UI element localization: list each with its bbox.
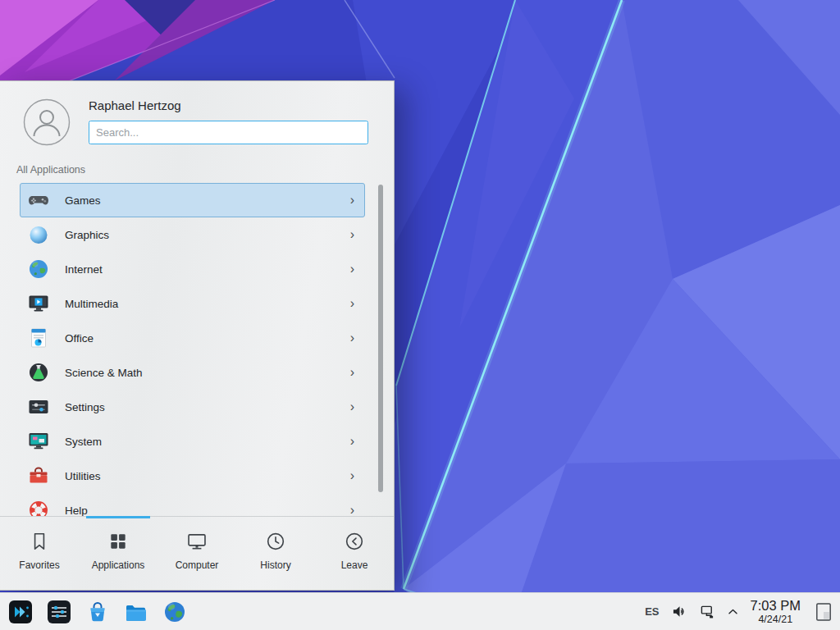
category-games[interactable]: Games — [20, 183, 365, 217]
category-science-math[interactable]: Science & Math — [20, 355, 365, 390]
category-settings[interactable]: Settings — [20, 390, 365, 424]
submenu-arrow-icon — [350, 331, 354, 345]
category-label: Graphics — [65, 229, 109, 241]
submenu-arrow-icon — [350, 194, 354, 207]
leave-icon — [344, 531, 365, 552]
show-desktop-icon[interactable] — [815, 602, 832, 622]
tab-applications[interactable]: Applications — [79, 517, 158, 590]
system-tray: ES 7:03 PM 4/24/21 — [645, 598, 832, 624]
category-label: Internet — [65, 263, 103, 276]
bookmark-icon — [29, 531, 50, 552]
category-label: Science & Math — [65, 367, 143, 379]
keyboard-layout-indicator[interactable]: ES — [645, 605, 659, 618]
tab-label: Favorites — [19, 559, 59, 571]
category-label: System — [65, 436, 102, 448]
computer-icon — [186, 531, 208, 552]
user-icon — [23, 98, 71, 146]
scrollbar-thumb[interactable] — [378, 185, 383, 492]
tab-label: History — [260, 559, 290, 571]
category-system[interactable]: System — [20, 424, 365, 459]
avatar[interactable] — [23, 98, 71, 146]
clock-icon — [265, 531, 286, 552]
category-multimedia[interactable]: Multimedia — [20, 286, 365, 321]
application-launcher-menu: Raphael Hertzog All Applications Games G… — [0, 80, 395, 591]
submenu-arrow-icon — [350, 228, 354, 241]
app-launcher-icon[interactable] — [8, 600, 33, 624]
sphere-icon — [27, 223, 50, 246]
clock-date: 4/24/21 — [751, 614, 801, 625]
category-label: Utilities — [65, 470, 101, 482]
user-name: Raphael Hertzog — [89, 98, 181, 112]
network-icon[interactable] — [700, 605, 715, 619]
media-screen-icon — [27, 292, 50, 315]
submenu-arrow-icon — [350, 262, 354, 276]
submenu-arrow-icon — [350, 469, 354, 482]
category-label: Office — [65, 332, 94, 345]
software-center-icon[interactable] — [85, 600, 110, 624]
digital-clock[interactable]: 7:03 PM 4/24/21 — [751, 598, 801, 624]
app-grid-icon — [107, 531, 129, 552]
category-list: Games Graphics Internet Multimedia — [0, 183, 394, 516]
tab-favorites[interactable]: Favorites — [0, 517, 79, 590]
category-internet[interactable]: Internet — [20, 252, 365, 286]
section-label: All Applications — [0, 153, 394, 183]
lifebuoy-icon — [27, 499, 50, 516]
system-monitor-icon — [27, 430, 50, 453]
tab-label: Leave — [341, 559, 368, 571]
category-label: Help — [65, 504, 88, 517]
category-utilities[interactable]: Utilities — [20, 459, 365, 493]
category-office[interactable]: Office — [20, 321, 365, 355]
toolbox-icon — [27, 464, 50, 487]
category-graphics[interactable]: Graphics — [20, 217, 365, 252]
tab-history[interactable]: History — [236, 517, 315, 590]
gamepad-icon — [27, 189, 50, 212]
clock-time: 7:03 PM — [751, 598, 801, 613]
active-tab-indicator — [86, 516, 150, 518]
tab-label: Computer — [176, 559, 219, 571]
file-manager-icon[interactable] — [124, 600, 148, 624]
tab-leave[interactable]: Leave — [315, 517, 394, 590]
tweaks-icon[interactable] — [47, 600, 71, 624]
tab-label: Applications — [92, 559, 145, 571]
submenu-arrow-icon — [350, 504, 354, 516]
tab-computer[interactable]: Computer — [158, 517, 236, 590]
globe-icon — [27, 258, 50, 281]
submenu-arrow-icon — [350, 366, 354, 379]
category-label: Games — [65, 194, 101, 207]
flask-icon — [27, 361, 50, 384]
search-input[interactable] — [89, 121, 368, 144]
expand-tray-icon[interactable] — [728, 608, 738, 615]
category-label: Multimedia — [65, 298, 118, 310]
submenu-arrow-icon — [350, 400, 354, 413]
submenu-arrow-icon — [350, 297, 354, 310]
control-panel-icon — [27, 395, 50, 418]
category-help[interactable]: Help — [20, 493, 365, 516]
category-label: Settings — [65, 401, 105, 413]
taskbar: ES 7:03 PM 4/24/21 — [0, 592, 840, 630]
launcher-header: Raphael Hertzog — [0, 81, 394, 153]
web-browser-icon[interactable] — [162, 600, 187, 624]
submenu-arrow-icon — [350, 435, 354, 448]
volume-icon[interactable] — [672, 605, 687, 619]
launcher-tab-bar: Favorites Applications Computer History … — [0, 516, 394, 590]
document-chart-icon — [27, 326, 50, 349]
